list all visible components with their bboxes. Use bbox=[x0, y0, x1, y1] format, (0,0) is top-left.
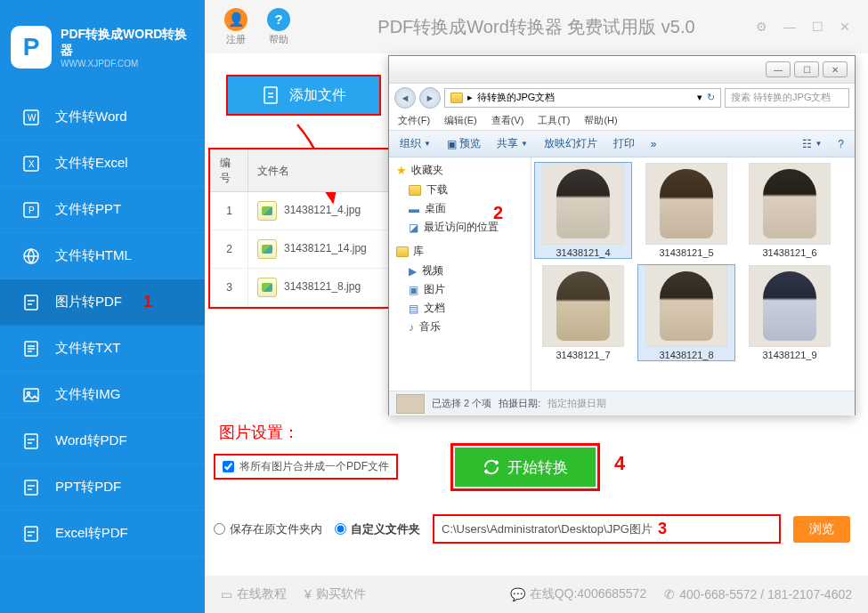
tool-view-icon[interactable]: ☷ ▼ bbox=[802, 138, 822, 150]
output-row: 保存在原文件夹内 自定义文件夹 C:\Users\Administrator\D… bbox=[214, 514, 850, 544]
setting-icon[interactable]: ⚙ bbox=[756, 20, 767, 34]
help-label: 帮助 bbox=[269, 33, 288, 46]
annotation-mark: 3 bbox=[658, 520, 667, 538]
output-original-radio[interactable]: 保存在原文件夹内 bbox=[214, 521, 322, 537]
help-button[interactable]: ? 帮助 bbox=[267, 8, 290, 46]
image-icon bbox=[257, 239, 277, 259]
dialog-close-icon[interactable]: ✕ bbox=[823, 61, 848, 77]
menu-help[interactable]: 帮助(H) bbox=[584, 114, 617, 127]
merge-label: 将所有图片合并成一个PDF文件 bbox=[239, 459, 389, 474]
thumbnail-item[interactable]: 31438121_9 bbox=[742, 265, 838, 360]
dialog-minimize-icon[interactable]: — bbox=[766, 61, 791, 77]
merge-checkbox[interactable] bbox=[223, 461, 234, 472]
logo: P PDF转换成WORD转换器 WWW.XJPDF.COM bbox=[0, 0, 205, 94]
menu-file[interactable]: 文件(F) bbox=[398, 114, 430, 127]
cell-no: 3 bbox=[211, 269, 248, 307]
recent-icon: ◪ bbox=[409, 222, 418, 234]
tree-music[interactable]: ♪音乐 bbox=[396, 318, 523, 336]
tool-more-icon[interactable]: » bbox=[651, 138, 657, 150]
annotation-mark: 2 bbox=[493, 203, 503, 223]
phone-contact[interactable]: ✆ 400-668-5572 / 181-2107-4602 bbox=[664, 587, 852, 601]
sidebar-item-img2pdf[interactable]: 图片转PDF1 bbox=[0, 279, 205, 326]
register-button[interactable]: 👤 注册 bbox=[224, 8, 247, 46]
close-icon[interactable]: ✕ bbox=[840, 20, 850, 34]
nav-back-icon[interactable]: ◄ bbox=[394, 87, 416, 109]
dialog-nav: ◄ ► ▸ 待转换的JPG文档▾ ↻ 搜索 待转换的JPG文档 bbox=[389, 83, 855, 111]
tool-help-icon[interactable]: ? bbox=[838, 138, 844, 150]
buy-link[interactable]: ¥ 购买软件 bbox=[304, 586, 366, 602]
svg-rect-12 bbox=[25, 480, 37, 495]
qq-contact[interactable]: 💬 在线QQ:4006685572 bbox=[510, 586, 647, 602]
tutorial-link[interactable]: ▭ 在线教程 bbox=[221, 586, 287, 602]
tool-share[interactable]: 共享 ▼ bbox=[497, 136, 528, 151]
thumbnail-grid: 31438121_4 31438121_5 31438121_6 3143812… bbox=[531, 157, 855, 391]
sidebar-item-label: PPT转PDF bbox=[55, 479, 121, 496]
sidebar-item-excel[interactable]: X文件转Excel bbox=[0, 141, 205, 187]
output-path-input[interactable]: C:\Users\Administrator\Desktop\JPG图片 3 bbox=[433, 514, 781, 544]
status-date-label: 拍摄日期: bbox=[499, 397, 540, 410]
folder-icon bbox=[396, 246, 409, 257]
thumb-label: 31438121_4 bbox=[556, 247, 610, 258]
tool-slideshow[interactable]: 放映幻灯片 bbox=[544, 136, 597, 151]
menu-edit[interactable]: 编辑(E) bbox=[444, 114, 477, 127]
start-convert-button[interactable]: 开始转换 bbox=[455, 448, 596, 487]
refresh-icon bbox=[483, 458, 500, 476]
sidebar-item-ppt[interactable]: P文件转PPT bbox=[0, 187, 205, 233]
breadcrumb[interactable]: ▸ 待转换的JPG文档▾ ↻ bbox=[444, 88, 721, 108]
browse-button[interactable]: 浏览 bbox=[793, 516, 850, 543]
tree-downloads[interactable]: 下载 bbox=[396, 181, 523, 199]
nav-forward-icon[interactable]: ► bbox=[419, 87, 441, 109]
tree-recent[interactable]: ◪最近访问的位置 bbox=[396, 218, 523, 237]
sidebar-item-html[interactable]: 文件转HTML bbox=[0, 233, 205, 279]
output-custom-radio[interactable]: 自定义文件夹 bbox=[335, 521, 420, 537]
pdf-icon bbox=[21, 432, 41, 451]
add-file-button[interactable]: 添加文件 bbox=[228, 77, 379, 114]
menu-tools[interactable]: 工具(T) bbox=[538, 114, 570, 127]
thumb-label: 31438121_9 bbox=[762, 350, 816, 360]
status-count: 已选择 2 个项 bbox=[432, 397, 491, 410]
thumb-label: 31438121_5 bbox=[659, 247, 713, 258]
search-input[interactable]: 搜索 待转换的JPG文档 bbox=[725, 88, 849, 108]
tree-desktop[interactable]: ▬桌面 bbox=[396, 199, 523, 218]
user-icon: 👤 bbox=[224, 8, 247, 31]
tree-pictures[interactable]: ▣图片 bbox=[396, 280, 523, 299]
tree-libraries[interactable]: 库 bbox=[396, 244, 523, 259]
tool-organize[interactable]: 组织 ▼ bbox=[400, 136, 431, 151]
sidebar-item-ppt2pdf[interactable]: PPT转PDF bbox=[0, 464, 205, 511]
tree-favorites[interactable]: ★收藏夹 bbox=[396, 163, 523, 178]
tree-documents[interactable]: ▤文档 bbox=[396, 299, 523, 318]
cell-no: 1 bbox=[211, 192, 248, 230]
minimize-icon[interactable]: — bbox=[783, 20, 796, 34]
status-thumb bbox=[396, 394, 425, 414]
sidebar-item-label: 文件转PPT bbox=[55, 201, 121, 218]
dialog-maximize-icon[interactable]: ☐ bbox=[794, 61, 819, 77]
tool-preview[interactable]: ▣ 预览 bbox=[447, 136, 481, 151]
tree-videos[interactable]: ▶视频 bbox=[396, 262, 523, 280]
header: 👤 注册 ? 帮助 PDF转换成Word转换器 免费试用版 v5.0 ⚙ — ☐… bbox=[205, 0, 868, 53]
sidebar-item-word2pdf[interactable]: Word转PDF bbox=[0, 418, 205, 464]
sidebar-item-label: 文件转Word bbox=[55, 109, 127, 125]
thumb-image bbox=[542, 265, 624, 347]
thumb-label: 31438121_6 bbox=[762, 247, 816, 258]
maximize-icon[interactable]: ☐ bbox=[812, 20, 823, 34]
thumbnail-item[interactable]: 31438121_4 bbox=[535, 163, 631, 258]
menu-view[interactable]: 查看(V) bbox=[491, 114, 524, 127]
sidebar-item-txt[interactable]: 文件转TXT bbox=[0, 326, 205, 372]
thumbnail-item[interactable]: 31438121_7 bbox=[535, 265, 631, 360]
sidebar-item-label: 文件转TXT bbox=[55, 340, 120, 357]
pdf-icon bbox=[21, 524, 41, 544]
sidebar-item-img[interactable]: 文件转IMG bbox=[0, 372, 205, 418]
thumbnail-item[interactable]: 31438121_5 bbox=[638, 163, 734, 258]
sidebar-item-word[interactable]: W文件转Word bbox=[0, 94, 205, 141]
tool-print[interactable]: 打印 bbox=[613, 136, 635, 151]
start-button-highlight: 开始转换 bbox=[450, 443, 600, 491]
dialog-toolbar: 组织 ▼ ▣ 预览 共享 ▼ 放映幻灯片 打印 » ☷ ▼ ? bbox=[389, 131, 855, 157]
video-icon: ▶ bbox=[409, 265, 417, 278]
thumbnail-item[interactable]: 31438121_6 bbox=[742, 163, 838, 258]
status-date-value[interactable]: 指定拍摄日期 bbox=[548, 397, 606, 410]
thumbnail-item[interactable]: 31438121_8 bbox=[638, 265, 734, 360]
thumb-image bbox=[645, 163, 727, 245]
dialog-menubar: 文件(F) 编辑(E) 查看(V) 工具(T) 帮助(H) bbox=[389, 111, 855, 131]
help-icon: ? bbox=[267, 8, 290, 31]
sidebar-item-excel2pdf[interactable]: Excel转PDF bbox=[0, 511, 205, 557]
